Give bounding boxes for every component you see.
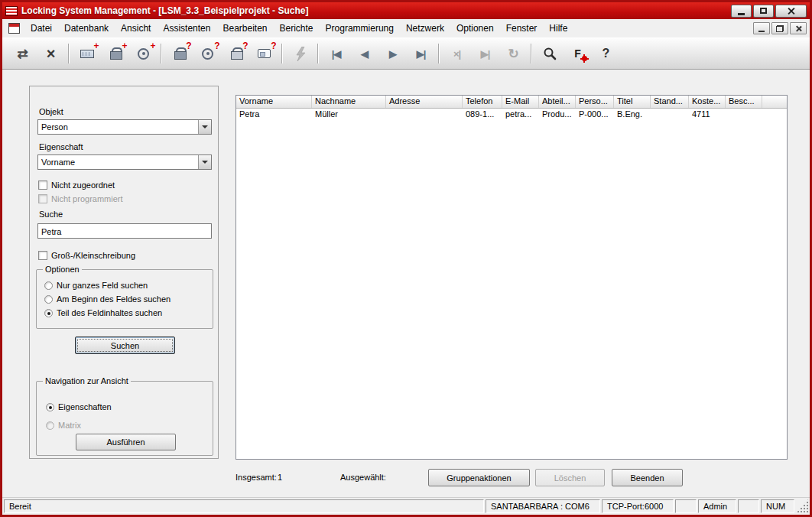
toolbar-separator [68,44,70,63]
nicht-zugeordnet-checkbox[interactable]: Nicht zugeordnet [38,180,115,190]
gross-klein-label: Groß-/Kleinschreibung [51,251,135,260]
goto-record-button[interactable]: ▶| [471,41,499,67]
read-lock-secondary-button[interactable]: ? [222,41,250,67]
radio-teil-feld[interactable]: Teil des Feldinhaltes suchen [44,307,162,318]
read-transponder-button[interactable]: ? [193,41,222,67]
next-record-icon: ▶ [389,48,396,60]
remove-record-button[interactable]: ×| [443,41,471,67]
filter-settings-icon: F [571,47,585,60]
close-button[interactable] [775,5,807,18]
gruppenaktionen-button[interactable]: Gruppenaktionen [428,469,530,486]
app-window: Locking System Management - [LSM_3.3_Bei… [0,0,812,517]
column-header-titel[interactable]: Titel [614,96,651,108]
nicht-programmiert-label: Nicht programmiert [51,194,123,203]
menu-item-datenbank[interactable]: Datenbank [58,20,115,37]
new-locking-system-button[interactable]: + [73,41,101,67]
radio-teil-feld-label: Teil des Feldinhaltes suchen [57,308,162,317]
help-button[interactable]: ? [592,41,620,67]
read-card-icon: ? [255,45,274,62]
filter-settings-button[interactable]: F [564,41,592,67]
window-controls [731,5,807,18]
app-icon [5,6,18,16]
resize-grip[interactable] [796,499,808,513]
table-row[interactable]: Petra Müller 089-1... petra... Produ... … [236,109,787,121]
menu-item-programmierung[interactable]: Programmierung [320,20,400,37]
gross-klein-checkbox[interactable]: Groß-/Kleinschreibung [38,250,135,261]
read-card-button[interactable]: ? [250,41,278,67]
search-button[interactable] [535,41,564,67]
column-header-standort[interactable]: Stand... [651,96,689,108]
ausgewaehlt-label: Ausgewählt: [340,473,386,482]
cell-vorname: Petra [236,109,312,121]
ausfuehren-button[interactable]: Ausführen [76,434,176,450]
menu-item-berichte[interactable]: Berichte [274,20,320,37]
mdi-minimize-icon [758,31,765,32]
column-header-adresse[interactable]: Adresse [386,96,463,108]
radio-beginn-feld-label: Am Beginn des Feldes suchen [57,294,171,304]
menu-item-datei[interactable]: Datei [24,20,58,37]
checkbox-icon [38,251,47,260]
radio-ganzes-feld[interactable]: Nur ganzes Feld suchen [44,280,148,291]
status-empty-1 [675,499,697,513]
menu-item-assistenten[interactable]: Assistenten [157,20,216,37]
menu-item-optionen[interactable]: Optionen [450,20,500,37]
objekt-select[interactable]: Person [37,119,212,135]
column-header-abteilung[interactable]: Abteil... [539,96,576,108]
column-header-kostenstelle[interactable]: Koste... [689,96,726,108]
menu-item-ansicht[interactable]: Ansicht [115,20,157,37]
sync-button[interactable]: ⇄ [8,41,37,67]
menu-item-bearbeiten[interactable]: Bearbeiten [216,20,273,37]
maximize-icon [760,8,767,14]
column-header-telefon[interactable]: Telefon [463,96,502,108]
radio-selected-icon [46,403,54,411]
program-button[interactable] [286,41,314,67]
previous-record-button[interactable]: ◀ [350,41,378,67]
mdi-restore-button[interactable] [771,22,788,34]
refresh-button[interactable]: ↻ [499,41,528,67]
toolbar: ⇄ × + + + ? ? ? ? |◀ [2,37,810,70]
eigenschaft-dropdown-button[interactable] [198,155,211,169]
menu-item-hilfe[interactable]: Hilfe [543,20,573,37]
new-transponder-button[interactable]: + [129,41,158,67]
suchen-button[interactable]: Suchen [75,337,175,354]
radio-icon [44,295,53,304]
disconnect-button[interactable]: × [37,41,65,67]
new-lock-button[interactable]: + [101,41,129,67]
suche-label: Suche [39,210,63,219]
cell-standort [651,109,689,121]
search-input[interactable] [38,225,211,239]
next-record-button[interactable]: ▶ [378,41,407,67]
objekt-dropdown-button[interactable] [198,120,211,134]
toolbar-separator [317,44,319,63]
radio-ganzes-feld-label: Nur ganzes Feld suchen [57,281,148,290]
status-connection: SANTABARBARA : COM6 [486,499,600,513]
last-record-button[interactable]: ▶| [407,41,435,67]
mdi-close-icon [795,25,802,32]
mdi-child-icon[interactable] [8,23,20,34]
read-lock-button[interactable]: ? [165,41,193,67]
mdi-close-button[interactable] [790,22,807,34]
menu-item-netzwerk[interactable]: Netzwerk [400,20,450,37]
column-header-email[interactable]: E-Mail [502,96,539,108]
first-record-button[interactable]: |◀ [322,41,350,67]
insgesamt-value: 1 [278,473,282,482]
status-ready: Bereit [4,499,484,513]
radio-icon [44,281,53,290]
cell-nachname: Müller [312,109,386,121]
title-bar[interactable]: Locking System Management - [LSM_3.3_Bei… [2,2,810,19]
cell-beschreibung [726,109,762,121]
minimize-button[interactable] [731,5,752,18]
radio-beginn-feld[interactable]: Am Beginn des Feldes suchen [44,294,171,304]
search-icon [541,45,559,62]
column-header-personal[interactable]: Perso... [576,96,614,108]
menu-item-fenster[interactable]: Fenster [500,20,544,37]
radio-eigenschaften[interactable]: Eigenschaften [46,402,112,412]
beenden-button[interactable]: Beenden [612,469,683,486]
mdi-minimize-button[interactable] [753,22,770,34]
column-header-vorname[interactable]: Vorname [236,96,312,108]
column-header-beschreibung[interactable]: Besc... [726,96,762,108]
column-header-nachname[interactable]: Nachname [312,96,386,108]
refresh-icon: ↻ [508,46,518,62]
maximize-button[interactable] [753,5,774,18]
eigenschaft-select[interactable]: Vorname [37,154,212,170]
